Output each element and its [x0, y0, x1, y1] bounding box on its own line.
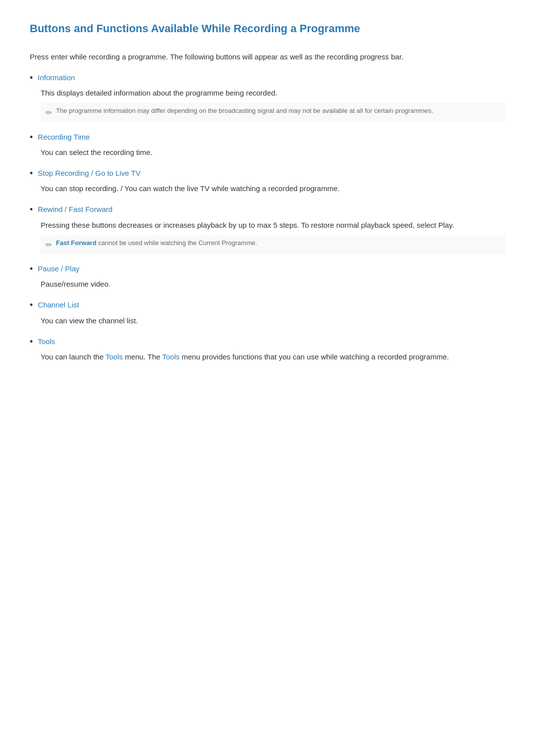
note-text: Fast Forward cannot be used while watchi…: [56, 238, 257, 248]
list-item: • Stop Recording / Go to Live TV You can…: [30, 167, 505, 195]
intro-paragraph: Press enter while recording a programme.…: [30, 51, 505, 63]
section-title-information: Information: [38, 72, 75, 84]
fast-forward-link: Fast Forward: [56, 239, 97, 247]
note-icon: ✏: [46, 106, 52, 119]
list-item: • Information This displays detailed inf…: [30, 72, 505, 122]
sections-list: • Information This displays detailed inf…: [30, 72, 505, 363]
page-title: Buttons and Functions Available While Re…: [30, 20, 505, 41]
list-item: • Tools You can launch the Tools menu. T…: [30, 336, 505, 363]
note-text: The programme information may differ dep…: [56, 106, 433, 116]
bullet-dot: •: [30, 167, 33, 180]
bullet-dot: •: [30, 336, 33, 348]
bullet-dot: •: [30, 131, 33, 144]
section-body-rewind: Pressing these buttons decreases or incr…: [41, 219, 505, 254]
section-body-pause: Pause/resume video.: [41, 278, 505, 290]
section-title-recording-time: Recording Time: [38, 131, 90, 143]
list-item: • Pause / Play Pause/resume video.: [30, 263, 505, 290]
tools-link-2: Tools: [162, 353, 179, 361]
list-item: • Channel List You can view the channel …: [30, 299, 505, 326]
list-item: • Recording Time You can select the reco…: [30, 131, 505, 158]
list-item: • Rewind / Fast Forward Pressing these b…: [30, 203, 505, 254]
bullet-dot: •: [30, 203, 33, 216]
section-body-tools: You can launch the Tools menu. The Tools…: [41, 351, 505, 363]
section-title-stop-recording: Stop Recording / Go to Live TV: [38, 167, 140, 179]
section-body-information: This displays detailed information about…: [41, 87, 505, 122]
section-title-tools: Tools: [38, 336, 55, 348]
note-block: ✏ The programme information may differ d…: [41, 103, 505, 122]
section-body-stop-recording: You can stop recording. / You can watch …: [41, 183, 505, 195]
section-title-rewind: Rewind / Fast Forward: [38, 203, 112, 215]
tools-link-1: Tools: [106, 353, 123, 361]
bullet-dot: •: [30, 72, 33, 84]
section-body-channel-list: You can view the channel list.: [41, 315, 505, 327]
section-body-recording-time: You can select the recording time.: [41, 147, 505, 158]
section-title-channel-list: Channel List: [38, 299, 79, 311]
note-block: ✏ Fast Forward cannot be used while watc…: [41, 235, 505, 254]
note-icon: ✏: [46, 239, 52, 252]
bullet-dot: •: [30, 299, 33, 311]
section-title-pause: Pause / Play: [38, 263, 79, 275]
bullet-dot: •: [30, 263, 33, 275]
